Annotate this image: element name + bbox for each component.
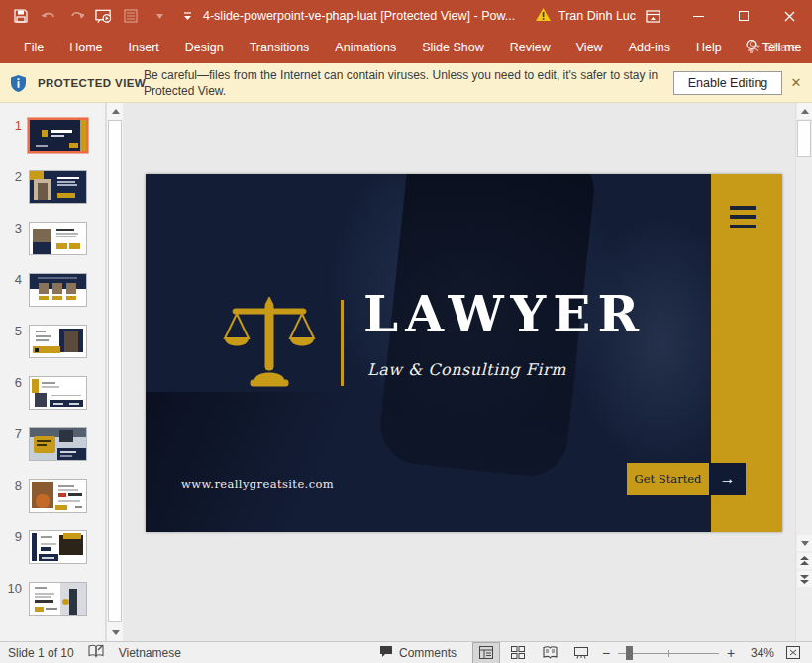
start-from-beginning-icon[interactable] xyxy=(95,7,113,25)
slide-number: 7 xyxy=(2,426,22,441)
ribbon-display-options-icon[interactable] xyxy=(630,0,675,32)
tab-transitions[interactable]: Transitions xyxy=(237,32,323,63)
thumbnail-scrollbar[interactable] xyxy=(106,103,123,641)
tab-review[interactable]: Review xyxy=(497,32,563,63)
tab-help[interactable]: Help xyxy=(683,32,735,63)
slide-thumbnail[interactable] xyxy=(30,531,86,563)
slide-number: 9 xyxy=(2,529,22,544)
thumbnail-slide-8[interactable]: 8 xyxy=(0,478,106,523)
tab-home[interactable]: Home xyxy=(56,32,115,63)
slide-thumbnail[interactable] xyxy=(30,223,86,254)
arrow-right-icon: → xyxy=(709,463,746,495)
title-bar: 4-slide-powerpoint-ve-phap-luat [Protect… xyxy=(0,0,812,32)
scroll-down-icon[interactable] xyxy=(797,535,812,551)
scrollbar-thumb[interactable] xyxy=(797,120,811,157)
thumbnail-slide-1[interactable]: 1 xyxy=(0,118,106,163)
thumbnail-slide-10[interactable]: 10 xyxy=(0,581,106,626)
share-button[interactable]: Share xyxy=(747,40,798,56)
slide-thumbnail[interactable] xyxy=(30,428,86,460)
thumbnail-slide-7[interactable]: 7 xyxy=(0,426,106,472)
grid-settings-icon xyxy=(123,7,141,25)
scales-of-justice-icon xyxy=(221,295,318,392)
normal-view-icon[interactable] xyxy=(473,643,499,663)
protected-view-message: Be careful—files from the Internet can c… xyxy=(144,68,663,99)
slide-number: 8 xyxy=(2,478,22,493)
quick-access-toolbar xyxy=(12,0,196,32)
reading-view-icon[interactable] xyxy=(537,643,562,663)
logo-divider xyxy=(341,300,344,386)
scroll-down-icon[interactable] xyxy=(108,624,123,640)
thumbnail-slide-4[interactable]: 4 xyxy=(0,272,106,318)
powerpoint-window: 4-slide-powerpoint-ve-phap-luat [Protect… xyxy=(0,0,812,663)
slide-title[interactable]: LAWYER xyxy=(363,285,646,343)
zoom-slider-thumb[interactable] xyxy=(626,646,633,660)
zoom-in-button[interactable]: + xyxy=(725,645,737,661)
slide-thumbnail[interactable] xyxy=(30,583,86,615)
status-bar: Slide 1 of 10 Vietnamese Comments xyxy=(0,641,812,663)
zoom-percentage[interactable]: 34% xyxy=(743,646,774,660)
tab-view[interactable]: View xyxy=(563,32,616,63)
comment-bubble-icon xyxy=(379,645,393,661)
slide-thumbnail[interactable] xyxy=(30,120,86,151)
slide-number: 2 xyxy=(2,169,22,184)
slide-canvas[interactable]: LAWYER Law & Consulting Firm www.reallyg… xyxy=(146,174,782,532)
tab-file[interactable]: File xyxy=(11,32,56,63)
scroll-up-icon[interactable] xyxy=(108,103,123,119)
slide-number: 3 xyxy=(2,221,22,236)
customize-qat-icon[interactable] xyxy=(178,7,196,25)
menu-icon[interactable] xyxy=(730,206,756,228)
window-controls xyxy=(630,0,812,32)
spell-check-icon[interactable] xyxy=(88,644,105,661)
next-slide-icon[interactable] xyxy=(797,571,812,587)
language-indicator[interactable]: Vietnamese xyxy=(119,646,181,660)
slide-number: 4 xyxy=(2,272,22,287)
banner-close-icon[interactable]: ✕ xyxy=(787,73,805,91)
dropdown-caret-icon xyxy=(151,7,168,25)
user-account[interactable]: Tran Dinh Luc xyxy=(535,0,636,32)
window-title: 4-slide-powerpoint-ve-phap-luat [Protect… xyxy=(203,0,515,32)
slide-thumbnail[interactable] xyxy=(30,274,86,306)
shield-info-icon xyxy=(9,74,28,97)
tab-slide-show[interactable]: Slide Show xyxy=(409,32,497,63)
thumbnail-scrollbar-thumb[interactable] xyxy=(108,120,122,622)
slide-sorter-view-icon[interactable] xyxy=(505,643,531,663)
comments-label: Comments xyxy=(399,646,457,660)
zoom-out-button[interactable]: − xyxy=(600,645,612,661)
comments-button[interactable]: Comments xyxy=(379,642,457,663)
tab-design[interactable]: Design xyxy=(172,32,237,63)
warning-triangle-icon xyxy=(535,7,552,25)
thumbnail-slide-6[interactable]: 6 xyxy=(0,375,106,421)
slide-thumbnail[interactable] xyxy=(30,377,86,409)
thumbnail-slide-2[interactable]: 2 xyxy=(0,169,106,215)
redo-icon xyxy=(67,7,85,25)
enable-editing-button[interactable]: Enable Editing xyxy=(673,71,782,95)
slide-number: 6 xyxy=(2,375,22,390)
zoom-slider[interactable] xyxy=(618,643,719,663)
minimize-button[interactable] xyxy=(675,0,721,32)
fit-slide-to-window-icon[interactable] xyxy=(780,643,806,663)
close-button[interactable] xyxy=(766,0,812,32)
slide-show-view-icon[interactable] xyxy=(568,643,594,663)
previous-slide-icon[interactable] xyxy=(797,553,812,569)
vertical-scrollbar[interactable] xyxy=(795,103,812,641)
maximize-button[interactable] xyxy=(721,0,766,32)
slide-subtitle[interactable]: Law & Consulting Firm xyxy=(367,360,566,379)
tab-animations[interactable]: Animations xyxy=(322,32,409,63)
website-text[interactable]: www.reallygreatsite.com xyxy=(181,477,334,491)
slide-thumbnail[interactable] xyxy=(30,171,86,203)
thumbnail-slide-5[interactable]: 5 xyxy=(0,324,106,369)
thumbnail-slide-3[interactable]: 3 xyxy=(0,221,106,266)
user-name: Tran Dinh Luc xyxy=(558,9,636,23)
tab-insert[interactable]: Insert xyxy=(116,32,172,63)
protected-view-label: PROTECTED VIEW xyxy=(38,77,146,89)
tab-add-ins[interactable]: Add-ins xyxy=(616,32,683,63)
scroll-up-icon[interactable] xyxy=(797,103,812,119)
slide-indicator[interactable]: Slide 1 of 10 xyxy=(8,646,74,660)
save-icon[interactable] xyxy=(12,7,30,25)
thumbnail-slide-9[interactable]: 9 xyxy=(0,529,106,575)
get-started-button[interactable]: Get Started → xyxy=(627,463,746,495)
slide-thumbnail-panel: 1 2 3 xyxy=(0,103,106,641)
slide-thumbnail[interactable] xyxy=(30,326,86,357)
slide-thumbnail[interactable] xyxy=(30,480,86,512)
undo-icon xyxy=(40,7,57,25)
